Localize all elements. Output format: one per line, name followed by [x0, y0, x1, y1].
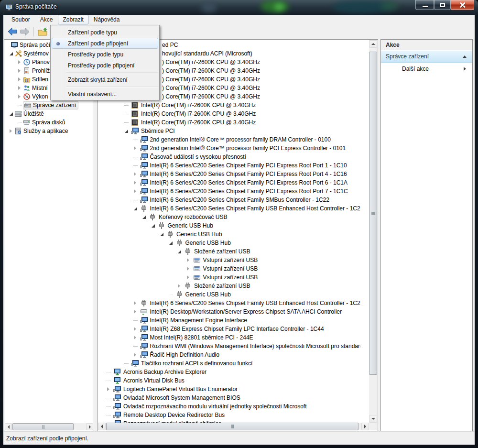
collapse-toggle[interactable] [177, 250, 184, 253]
more-actions-item[interactable]: Další akce [381, 63, 472, 75]
sidebar-item-slu-by-a-aplikace[interactable]: Služby a aplikace [5, 127, 93, 135]
sidebar-item--lo-i-t-[interactable]: Úložiště [5, 109, 93, 118]
device-tree-row[interactable]: Intel(R) 6 Series/C200 Series Chipset Fa… [98, 299, 360, 307]
device-tree-row[interactable]: Intel(R) 6 Series/C200 Series Chipset Fa… [98, 187, 360, 196]
sidebar-item-spr-vce-za-zen-[interactable]: Správce zařízení [5, 101, 93, 109]
expand-toggle[interactable] [17, 86, 23, 90]
expand-toggle[interactable] [17, 95, 23, 98]
menu-zobrazit[interactable]: Zobrazit [58, 15, 88, 24]
device-tree-row[interactable]: Rozhraní WMI (Windows Management Interfa… [98, 342, 360, 350]
scroll-right-button[interactable] [86, 423, 93, 430]
minimize-button[interactable] [415, 0, 434, 10]
device-tree-row[interactable]: Most Intel(R) 82801 sběrnice PCI - 244E [98, 333, 360, 342]
expand-toggle[interactable] [17, 69, 23, 73]
scroll-down-button[interactable] [369, 415, 377, 423]
device-tree-row[interactable]: 2nd generation Intel® Core™ processor fa… [98, 135, 360, 144]
device-tree-row[interactable]: 2nd generation Intel® Core™ processor fa… [98, 144, 360, 153]
scrollbar-thumb[interactable] [106, 423, 358, 430]
device-tree-row[interactable]: Ovladač Microsoft System Management BIOS [98, 393, 360, 402]
title-bar[interactable]: Správa počítače [0, 0, 478, 15]
device-tree-row[interactable]: Acronis Backup Archive Explorer [98, 368, 360, 376]
device-tree-row[interactable]: Sběrnice PCI [98, 127, 360, 135]
device-tree-row[interactable]: Vstupní zařízení USB [98, 264, 360, 273]
device-tree-row[interactable]: Složené zařízení USB [98, 282, 360, 290]
view-menu-item-vlastn-nastaven-[interactable]: Vlastní nastavení... [52, 88, 158, 99]
device-tree-row[interactable]: Řadič High Definition Audio [98, 350, 360, 359]
device-tree-row[interactable]: Intel(R) Core(TM) i7-2600K CPU @ 3.40GHz [98, 109, 360, 118]
device-tree-row[interactable]: Rozpoznávací modul složené sběrnice [98, 419, 360, 423]
expand-toggle[interactable] [133, 353, 140, 357]
device-tree-row[interactable]: Remote Desktop Device Redirector Bus [98, 411, 360, 419]
device-tree-row[interactable]: Intel(R) 6 Series/C200 Series Chipset Fa… [98, 178, 360, 187]
device-tree-row[interactable]: Intel(R) Management Engine Interface [98, 316, 360, 325]
device-tree-row[interactable]: Intel(R) Desktop/Workstation/Server Expr… [98, 307, 360, 316]
collapse-toggle[interactable] [159, 233, 166, 236]
expand-toggle[interactable] [186, 267, 193, 271]
device-tree-row[interactable]: Generic USB Hub [98, 290, 360, 299]
actions-section-device-manager[interactable]: Správce zařízení [381, 51, 472, 63]
collapse-toggle[interactable] [133, 207, 140, 210]
expand-toggle[interactable] [133, 327, 140, 331]
expand-toggle[interactable] [186, 258, 193, 262]
scroll-up-button[interactable] [369, 40, 377, 48]
scrollbar-thumb[interactable] [369, 52, 377, 375]
maximize-button[interactable] [434, 0, 451, 10]
expand-toggle[interactable] [133, 336, 140, 339]
expand-toggle[interactable] [133, 301, 140, 305]
collapse-toggle[interactable] [9, 52, 14, 55]
export-folder-button[interactable] [37, 26, 48, 37]
device-tree-row[interactable]: Logitech GamePanel Virtual Bus Enumerato… [98, 385, 360, 393]
device-tree-row[interactable]: Intel(R) 6 Series/C200 Series Chipset Fa… [98, 170, 360, 178]
scroll-left-button[interactable] [98, 423, 106, 430]
device-tree-row[interactable]: Kořenový rozbočovač USB [98, 213, 360, 221]
device-tree-row[interactable]: Vstupní zařízení USB [98, 273, 360, 282]
expand-toggle[interactable] [17, 60, 23, 64]
device-tree-row[interactable]: Vstupní zařízení USB [98, 256, 360, 264]
menu-nápověda[interactable]: Nápověda [89, 15, 125, 24]
device-tree-row[interactable]: Acronis Virtual Disk Bus [98, 376, 360, 385]
view-menu-item-prost-edky-podle-typu[interactable]: Prostředky podle typu [52, 49, 158, 60]
close-button[interactable] [451, 0, 474, 10]
scroll-right-button[interactable] [361, 423, 369, 430]
collapse-toggle[interactable] [141, 216, 149, 219]
scrollbar-thumb[interactable] [12, 423, 74, 430]
device-tree-row[interactable]: Intel(R) 6 Series/C200 Series Chipset Fa… [98, 196, 360, 204]
device-tree-row[interactable]: Intel(R) Core(TM) i7-2600K CPU @ 3.40GHz [98, 101, 360, 109]
forward-button[interactable] [19, 26, 31, 37]
device-tree-row[interactable]: Generic USB Hub [98, 221, 360, 230]
device-tree-row[interactable]: Generic USB Hub [98, 230, 360, 239]
collapse-toggle[interactable] [151, 224, 158, 228]
expand-toggle[interactable] [133, 310, 140, 314]
collapse-toggle[interactable] [168, 241, 175, 245]
device-tree-vertical-scrollbar[interactable] [369, 40, 377, 423]
scroll-left-button[interactable] [5, 423, 12, 430]
expand-toggle[interactable] [133, 146, 140, 150]
device-tree-horizontal-scrollbar[interactable] [98, 423, 369, 430]
expand-toggle[interactable] [133, 172, 140, 176]
device-tree-row[interactable]: Intel(R) Core(TM) i7-2600K CPU @ 3.40GHz [98, 118, 360, 127]
expand-toggle[interactable] [133, 181, 140, 185]
device-tree-row[interactable]: Intel(R) 6 Series/C200 Series Chipset Fa… [98, 204, 360, 213]
expand-toggle[interactable] [186, 275, 193, 279]
menu-akce[interactable]: Akce [35, 15, 58, 24]
view-menu-item-prost-edky-podle-p-ipojen-[interactable]: Prostředky podle připojení [52, 60, 158, 71]
expand-toggle[interactable] [17, 77, 23, 81]
expand-toggle[interactable] [177, 284, 184, 288]
device-tree-row[interactable]: Složené zařízení USB [98, 247, 360, 256]
collapse-toggle[interactable] [124, 130, 131, 133]
back-button[interactable] [7, 26, 18, 37]
device-tree-row[interactable]: Tlačítko rozhraní ACPI s definovanou fun… [98, 359, 360, 368]
expand-toggle[interactable] [9, 129, 14, 133]
device-tree-row[interactable]: Intel(R) 6 Series/C200 Series Chipset Fa… [98, 161, 360, 170]
device-tree-row[interactable]: Ovladač rozpoznávacího modulu virtuální … [98, 402, 360, 411]
view-menu-item-za-zen-podle-p-ipojen-[interactable]: Zařízení podle připojení [52, 38, 158, 49]
sidebar-item-spr-va-disk-[interactable]: Správa disků [5, 118, 93, 127]
view-menu-item-zobrazit-skryt-za-zen-[interactable]: Zobrazit skrytá zařízení [52, 74, 158, 85]
view-menu-item-za-zen-podle-typu[interactable]: Zařízení podle typu [52, 27, 158, 38]
menu-soubor[interactable]: Soubor [7, 15, 35, 24]
expand-toggle[interactable] [133, 189, 140, 193]
collapse-toggle[interactable] [9, 112, 14, 116]
expand-toggle[interactable] [106, 387, 113, 391]
device-tree-row[interactable]: Intel(R) Z68 Express Chipset Family LPC … [98, 325, 360, 333]
device-tree-row[interactable]: Časovač událostí s vysokou přesností [98, 153, 360, 161]
